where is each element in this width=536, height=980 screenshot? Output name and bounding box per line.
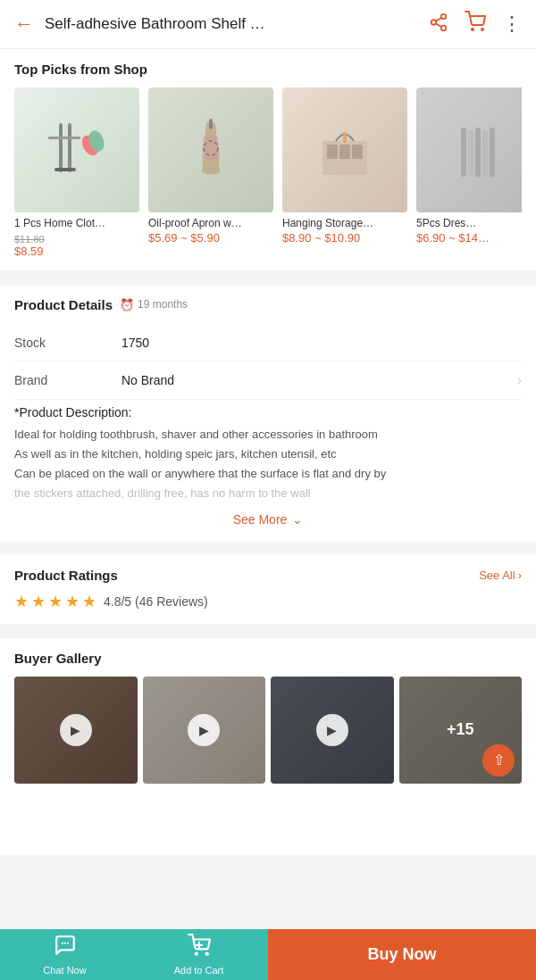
play-button-2: ▶ bbox=[316, 714, 348, 746]
product-price-2: $8.90 ~ $10.90 bbox=[282, 231, 407, 245]
scroll-up-button[interactable]: ⇧ bbox=[482, 744, 515, 777]
svg-rect-20 bbox=[461, 128, 466, 177]
star-3: ★ bbox=[48, 592, 63, 611]
gallery-item-1[interactable]: ▶ bbox=[143, 677, 266, 784]
product-details-section: Product Details ⏰ 19 months Stock 1750 B… bbox=[0, 285, 536, 541]
svg-line-3 bbox=[436, 23, 441, 27]
see-all-button[interactable]: See All › bbox=[479, 569, 522, 582]
see-more-label: See More bbox=[233, 512, 288, 527]
svg-rect-19 bbox=[343, 132, 347, 143]
product-card-3[interactable]: 5Pcs Dres… $6.90 ~ $14… bbox=[416, 87, 522, 258]
buy-now-label: Buy Now bbox=[367, 945, 436, 964]
svg-rect-17 bbox=[339, 145, 350, 159]
product-price-3: $6.90 ~ $14… bbox=[416, 231, 522, 245]
star-1: ★ bbox=[14, 592, 29, 611]
product-card-1[interactable]: Oil-proof Apron w… $5.69 ~ $5.90 bbox=[148, 87, 273, 258]
svg-rect-23 bbox=[482, 130, 488, 177]
svg-rect-16 bbox=[327, 145, 338, 159]
desc-line-3: the stickers attached, drilling free, ha… bbox=[14, 486, 311, 500]
product-name-1: Oil-proof Apron w… bbox=[148, 217, 273, 231]
svg-point-27 bbox=[67, 943, 69, 944]
clock-icon: ⏰ bbox=[120, 298, 134, 311]
see-more-button[interactable]: See More ⌄ bbox=[14, 503, 522, 528]
share-icon[interactable] bbox=[429, 12, 448, 37]
back-button[interactable]: ← bbox=[14, 12, 34, 36]
months-text: 19 months bbox=[138, 298, 188, 311]
brand-arrow-icon: › bbox=[517, 372, 522, 388]
product-image-2 bbox=[282, 87, 407, 212]
svg-rect-10 bbox=[48, 137, 80, 139]
products-scroll: 1 Pcs Home Clot… $11.80 $8.59 Oil-proof … bbox=[14, 87, 522, 258]
chat-icon bbox=[54, 934, 77, 962]
svg-rect-24 bbox=[490, 128, 495, 177]
gallery-overlay-2: ▶ bbox=[271, 677, 394, 784]
play-button-0: ▶ bbox=[60, 714, 92, 746]
product-name-3: 5Pcs Dres… bbox=[416, 217, 522, 231]
product-name-0: 1 Pcs Home Clot… bbox=[14, 217, 139, 231]
bottom-bar: Chat Now Add to Cart Buy Now bbox=[0, 929, 536, 980]
star-2: ★ bbox=[31, 592, 46, 611]
stock-value: 1750 bbox=[121, 336, 522, 350]
product-details-header: Product Details ⏰ 19 months bbox=[14, 297, 522, 312]
add-to-cart-label: Add to Cart bbox=[174, 965, 224, 976]
svg-rect-22 bbox=[475, 128, 481, 177]
svg-rect-13 bbox=[209, 119, 213, 129]
chevron-down-icon: ⌄ bbox=[292, 512, 303, 527]
see-all-arrow-icon: › bbox=[518, 569, 522, 582]
svg-point-25 bbox=[61, 943, 63, 944]
product-image-0 bbox=[14, 87, 139, 212]
desc-line-0: Ideal for holding toothbrush, shaver and… bbox=[14, 428, 378, 441]
product-card-0[interactable]: 1 Pcs Home Clot… $11.80 $8.59 bbox=[14, 87, 139, 258]
cart-icon[interactable] bbox=[465, 11, 486, 37]
svg-rect-8 bbox=[68, 123, 71, 172]
product-price-1: $5.69 ~ $5.90 bbox=[148, 231, 273, 245]
description-title: *Product Description: bbox=[14, 405, 522, 419]
svg-point-5 bbox=[472, 29, 473, 30]
header-actions: ⋮ bbox=[429, 11, 522, 37]
star-5-half: ★ ★ bbox=[82, 592, 96, 611]
add-to-cart-icon bbox=[188, 934, 211, 962]
stock-row: Stock 1750 bbox=[14, 325, 522, 361]
product-card-2[interactable]: Hanging Storage… $8.90 ~ $10.90 bbox=[282, 87, 407, 258]
brand-value: No Brand bbox=[121, 373, 517, 387]
brand-label: Brand bbox=[14, 373, 121, 387]
ratings-header: Product Ratings See All › bbox=[14, 568, 522, 583]
gallery-item-0[interactable]: ▶ bbox=[14, 677, 138, 784]
buyer-gallery-title: Buyer Gallery bbox=[14, 651, 522, 666]
header: ← Self-adhesive Bathroom Shelf … ⋮ bbox=[0, 0, 536, 49]
more-icon[interactable]: ⋮ bbox=[502, 12, 522, 36]
buyer-gallery-section: Buyer Gallery ▶ ▶ ▶ +15 ⇧ bbox=[0, 638, 536, 855]
description-text: Ideal for holding toothbrush, shaver and… bbox=[14, 425, 522, 503]
add-to-cart-button[interactable]: Add to Cart bbox=[130, 929, 268, 980]
svg-rect-7 bbox=[59, 123, 63, 172]
desc-line-2: Can be placed on the wall or anywhere th… bbox=[14, 467, 386, 480]
svg-rect-9 bbox=[54, 168, 76, 171]
play-button-1: ▶ bbox=[188, 714, 220, 746]
gallery-item-2[interactable]: ▶ bbox=[271, 677, 394, 784]
ratings-section: Product Ratings See All › ★ ★ ★ ★ ★ ★ 4.… bbox=[0, 555, 536, 624]
gallery-grid: ▶ ▶ ▶ +15 ⇧ bbox=[14, 677, 522, 784]
see-all-label: See All bbox=[479, 569, 515, 582]
gallery-item-3[interactable]: +15 ⇧ bbox=[399, 677, 523, 784]
product-image-3 bbox=[416, 87, 522, 212]
svg-point-29 bbox=[205, 953, 207, 955]
gallery-overlay-1: ▶ bbox=[143, 677, 266, 784]
desc-line-1: As well as in the kitchen, holding speic… bbox=[14, 447, 337, 461]
product-image-1 bbox=[148, 87, 273, 212]
top-picks-section: Top Picks from Shop 1 Pcs Home Clot… $11… bbox=[0, 49, 536, 270]
product-details-title: Product Details bbox=[14, 297, 113, 312]
rating-score: 4.8/5 (46 Reviews) bbox=[104, 594, 208, 609]
page-title: Self-adhesive Bathroom Shelf … bbox=[45, 15, 429, 33]
months-badge: ⏰ 19 months bbox=[120, 298, 188, 311]
svg-line-4 bbox=[436, 17, 441, 21]
brand-row[interactable]: Brand No Brand › bbox=[14, 361, 522, 400]
product-old-price-0: $11.80 bbox=[14, 234, 139, 245]
product-description: *Product Description: Ideal for holding … bbox=[14, 400, 522, 503]
svg-point-26 bbox=[63, 943, 65, 944]
chat-now-button[interactable]: Chat Now bbox=[0, 929, 130, 980]
product-price-0: $8.59 bbox=[14, 245, 139, 258]
top-picks-title: Top Picks from Shop bbox=[14, 62, 522, 77]
chat-label: Chat Now bbox=[43, 965, 86, 976]
buy-now-button[interactable]: Buy Now bbox=[268, 929, 536, 980]
product-name-2: Hanging Storage… bbox=[282, 217, 407, 231]
